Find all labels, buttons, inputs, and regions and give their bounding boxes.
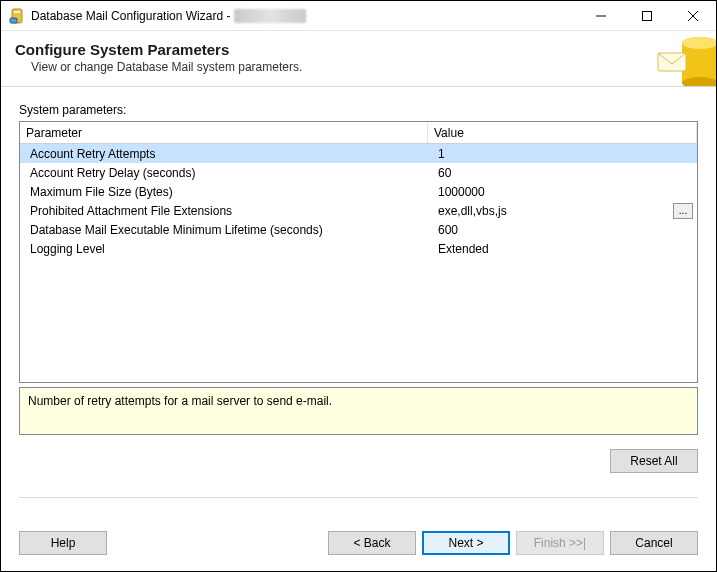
minimize-button[interactable]: [578, 1, 624, 31]
page-title: Configure System Parameters: [15, 41, 302, 58]
parameter-value: 1000000: [438, 185, 693, 199]
back-button[interactable]: < Back: [328, 531, 416, 555]
reset-row: Reset All: [19, 435, 698, 498]
window-title-redacted: [234, 9, 306, 23]
next-button[interactable]: Next >: [422, 531, 510, 555]
table-row[interactable]: Account Retry Attempts1: [20, 144, 697, 163]
section-label: System parameters:: [19, 103, 698, 117]
titlebar: Database Mail Configuration Wizard -: [1, 1, 716, 31]
parameter-value-cell[interactable]: 1000000: [428, 185, 697, 199]
content-area: System parameters: Parameter Value Accou…: [1, 87, 716, 517]
svg-rect-2: [10, 18, 17, 23]
table-row[interactable]: Maximum File Size (Bytes)1000000: [20, 182, 697, 201]
table-row[interactable]: Database Mail Executable Minimum Lifetim…: [20, 220, 697, 239]
wizard-footer: Help < Back Next > Finish >>| Cancel: [1, 517, 716, 571]
grid-body: Account Retry Attempts1Account Retry Del…: [20, 144, 697, 382]
header-art-icon: [656, 31, 716, 86]
table-row[interactable]: Account Retry Delay (seconds)60: [20, 163, 697, 182]
table-row[interactable]: Logging LevelExtended: [20, 239, 697, 258]
parameter-name-cell: Logging Level: [20, 240, 428, 258]
parameter-value-cell[interactable]: exe,dll,vbs,js...: [428, 203, 697, 219]
finish-button: Finish >>|: [516, 531, 604, 555]
column-header-value[interactable]: Value: [428, 123, 697, 143]
parameter-value: exe,dll,vbs,js: [438, 204, 669, 218]
parameter-value-cell[interactable]: Extended: [428, 242, 697, 256]
close-button[interactable]: [670, 1, 716, 31]
parameter-name-cell: Prohibited Attachment File Extensions: [20, 202, 428, 220]
parameter-name-cell: Maximum File Size (Bytes): [20, 183, 428, 201]
window-title: Database Mail Configuration Wizard -: [31, 9, 230, 23]
parameter-value: 600: [438, 223, 693, 237]
page-subtitle: View or change Database Mail system para…: [31, 60, 302, 74]
parameter-name-cell: Account Retry Delay (seconds): [20, 164, 428, 182]
wizard-header: Configure System Parameters View or chan…: [1, 31, 716, 87]
grid-header: Parameter Value: [20, 122, 697, 144]
parameter-value-cell[interactable]: 1: [428, 147, 697, 161]
parameter-value: 60: [438, 166, 693, 180]
maximize-button[interactable]: [624, 1, 670, 31]
svg-rect-1: [14, 11, 20, 13]
table-row[interactable]: Prohibited Attachment File Extensionsexe…: [20, 201, 697, 220]
parameter-name-cell: Account Retry Attempts: [20, 145, 428, 163]
ellipsis-button[interactable]: ...: [673, 203, 693, 219]
parameter-value-cell[interactable]: 600: [428, 223, 697, 237]
reset-all-button[interactable]: Reset All: [610, 449, 698, 473]
help-button[interactable]: Help: [19, 531, 107, 555]
svg-rect-8: [682, 43, 716, 83]
app-icon: [9, 8, 25, 24]
parameter-value: 1: [438, 147, 693, 161]
parameter-value: Extended: [438, 242, 693, 256]
parameter-name-cell: Database Mail Executable Minimum Lifetim…: [20, 221, 428, 239]
parameter-description: Number of retry attempts for a mail serv…: [19, 387, 698, 435]
cancel-button[interactable]: Cancel: [610, 531, 698, 555]
svg-rect-4: [643, 11, 652, 20]
column-header-parameter[interactable]: Parameter: [20, 123, 428, 143]
parameters-grid[interactable]: Parameter Value Account Retry Attempts1A…: [19, 121, 698, 383]
parameter-value-cell[interactable]: 60: [428, 166, 697, 180]
